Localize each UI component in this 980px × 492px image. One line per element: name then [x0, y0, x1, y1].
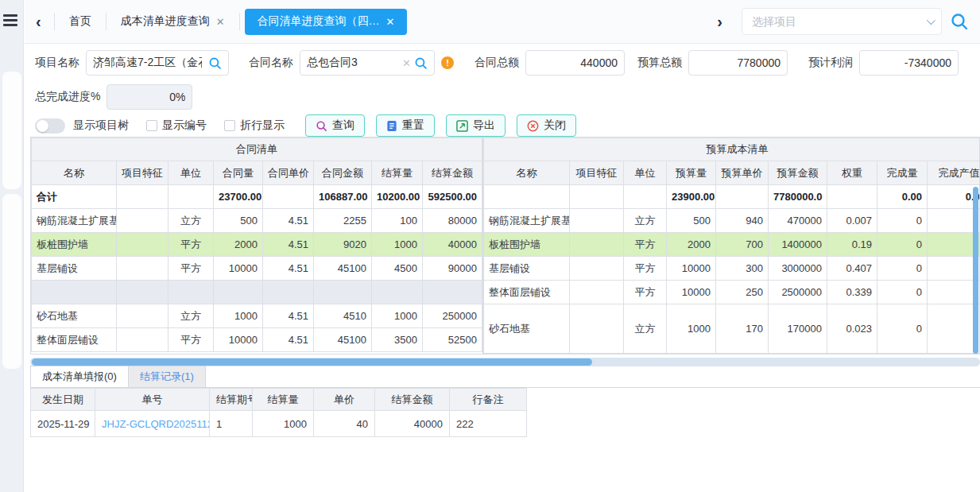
cell[interactable]: 10000 [667, 281, 716, 304]
contract-name-field[interactable]: ✕ [300, 50, 435, 76]
warning-icon[interactable]: ! [441, 56, 454, 69]
cell[interactable]: 10200.00 [372, 185, 423, 209]
cell[interactable]: 0 [877, 233, 928, 257]
cell[interactable]: 立方 [624, 209, 667, 233]
cell[interactable] [168, 185, 214, 209]
cell[interactable]: 2000 [667, 233, 716, 257]
cell[interactable]: 500 [667, 209, 716, 233]
cell[interactable]: 940 [716, 209, 769, 233]
close-button[interactable]: 关闭 [517, 114, 576, 137]
project-select-input[interactable] [752, 15, 919, 28]
cell[interactable]: 2000 [214, 233, 263, 257]
export-button[interactable]: 导出 [446, 114, 505, 137]
cell[interactable]: 40000 [423, 233, 482, 257]
cell[interactable] [423, 281, 482, 304]
cell[interactable]: 40000 [375, 411, 450, 437]
cell[interactable] [570, 304, 624, 354]
tabs-scroll-left-icon[interactable]: ‹ [25, 14, 52, 29]
cell[interactable]: 0 [928, 209, 980, 233]
cell[interactable] [570, 209, 624, 233]
tab-home[interactable]: 首页 [56, 0, 104, 44]
cell[interactable]: 0.007 [827, 209, 877, 233]
table-row[interactable]: 整体面层铺设平方1000025025000000.33900 [484, 281, 980, 304]
table-row[interactable]: 砂石地基立方10001701700000.02300 [484, 304, 980, 354]
cell[interactable] [117, 328, 168, 352]
cell[interactable]: 1000 [372, 304, 423, 328]
cell[interactable]: 立方 [168, 304, 214, 328]
tab-cost-list-fill[interactable]: 成本清单填报(0) [30, 366, 129, 387]
cell[interactable]: 平方 [168, 233, 214, 257]
table-row[interactable]: 基层铺设平方100004.5145100450090000 [32, 257, 482, 281]
cell[interactable]: 立方 [168, 209, 214, 233]
doc-number-link[interactable]: JHJZ-GCLQRD20251129 [102, 418, 210, 430]
tab-settlement-records[interactable]: 结算记录(1) [129, 366, 206, 387]
cell[interactable]: 222 [450, 411, 527, 437]
table-row[interactable]: 砂石地基立方10004.5145101000250000 [32, 304, 482, 328]
cell[interactable]: 0.407 [827, 257, 877, 281]
table-row[interactable]: 钢筋混凝土扩展基立方5004.51225510080000 [32, 209, 482, 233]
cell[interactable]: 250 [716, 281, 769, 304]
cell[interactable]: 1000 [667, 304, 716, 354]
cell[interactable]: 基层铺设 [32, 257, 117, 281]
cell[interactable]: 板桩围护墙 [32, 233, 117, 257]
cell[interactable] [570, 281, 624, 304]
cell[interactable]: 4.51 [263, 209, 314, 233]
contract-name-input[interactable] [300, 51, 402, 75]
cell[interactable]: 0.00 [928, 185, 980, 209]
cell[interactable]: 1000 [253, 411, 314, 437]
vertical-scrollbar[interactable] [973, 187, 978, 354]
cell[interactable]: 砂石地基 [484, 304, 570, 354]
cell[interactable] [117, 304, 168, 328]
wrap-display-checkbox[interactable]: 折行显示 [224, 118, 285, 133]
table-row[interactable]: 钢筋混凝土扩展基立方5009404700000.00700 [484, 209, 980, 233]
cell[interactable]: 0 [877, 257, 928, 281]
cell[interactable]: 300 [716, 257, 769, 281]
cell[interactable]: 平方 [624, 257, 667, 281]
search-icon[interactable] [208, 56, 222, 70]
cell[interactable]: 平方 [624, 281, 667, 304]
cell[interactable]: 700 [716, 233, 769, 257]
cell[interactable] [570, 185, 624, 209]
cell[interactable] [263, 185, 314, 209]
cell[interactable]: JHJZ-GCLQRD20251129 [95, 411, 210, 437]
cell[interactable]: 40 [314, 411, 375, 437]
cell[interactable]: 合计 [32, 185, 117, 209]
cell[interactable]: 45100 [314, 257, 372, 281]
cell[interactable] [827, 185, 877, 209]
project-name-input[interactable] [87, 51, 208, 75]
cell[interactable] [117, 281, 168, 304]
cell[interactable]: 90000 [423, 257, 482, 281]
cell[interactable]: 平方 [168, 328, 214, 352]
cell[interactable]: 52500 [423, 328, 482, 352]
cell[interactable] [214, 281, 263, 304]
menu-hamburger-icon[interactable] [3, 14, 19, 27]
cell[interactable] [570, 233, 624, 257]
cell[interactable]: 钢筋混凝土扩展基 [484, 209, 570, 233]
checkbox-icon[interactable] [146, 120, 157, 131]
cell[interactable]: 平方 [624, 233, 667, 257]
cell[interactable]: 1 [210, 411, 253, 437]
cell[interactable]: 3500 [372, 328, 423, 352]
clear-icon[interactable]: ✕ [402, 57, 411, 69]
cell[interactable] [624, 185, 667, 209]
cell[interactable]: 钢筋混凝土扩展基 [32, 209, 117, 233]
table-row[interactable]: 合计23700.00106887.0010200.00592500.00 [32, 185, 482, 209]
project-name-field[interactable] [86, 50, 229, 76]
cell[interactable]: 基层铺设 [484, 257, 570, 281]
cell[interactable]: 0.19 [827, 233, 877, 257]
cell[interactable]: 0 [877, 304, 928, 354]
table-row[interactable] [32, 281, 482, 304]
cell[interactable] [117, 209, 168, 233]
cell[interactable]: 10000 [667, 257, 716, 281]
cell[interactable]: 470000 [769, 209, 827, 233]
cell[interactable] [570, 257, 624, 281]
cell[interactable]: 7780000.0 [769, 185, 827, 209]
cell[interactable]: 0 [928, 233, 980, 257]
cell[interactable]: 100 [372, 209, 423, 233]
cell[interactable] [716, 185, 769, 209]
cell[interactable] [168, 281, 214, 304]
checkbox-icon[interactable] [224, 120, 235, 131]
cell[interactable]: 45100 [314, 328, 372, 352]
cell[interactable]: 1000 [372, 233, 423, 257]
chevron-down-icon[interactable] [927, 16, 935, 25]
